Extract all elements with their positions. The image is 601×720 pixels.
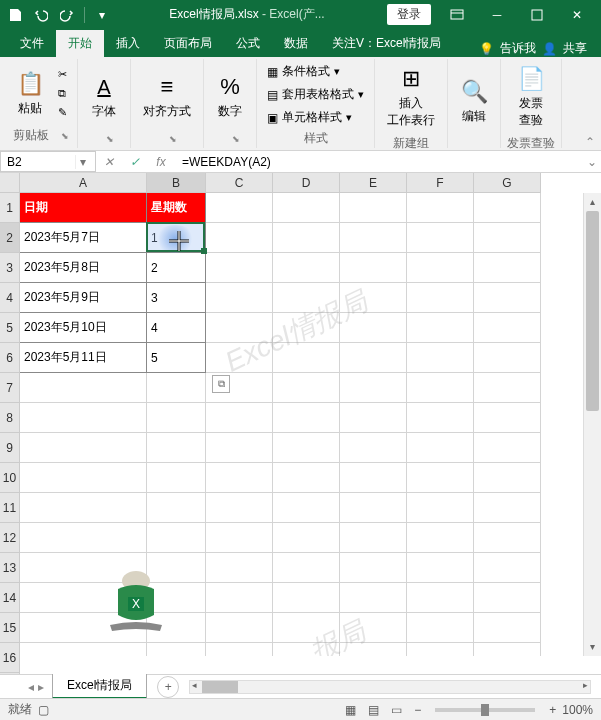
formula-cancel-icon[interactable]: ✕ <box>96 151 122 172</box>
cell[interactable] <box>273 193 340 223</box>
cell[interactable] <box>407 403 474 433</box>
number-launcher[interactable]: ⬊ <box>232 134 240 144</box>
view-pagebreak-icon[interactable]: ▭ <box>385 703 408 717</box>
cell[interactable] <box>474 523 541 553</box>
cell[interactable]: 4 <box>147 313 206 343</box>
cell[interactable] <box>340 643 407 656</box>
cell[interactable] <box>20 523 147 553</box>
paste-button[interactable]: 📋 粘贴 <box>10 66 50 121</box>
cell[interactable] <box>206 613 273 643</box>
cell[interactable]: 2023年5月9日 <box>20 283 147 313</box>
cells-area[interactable]: Excel情报局 报局 日期星期数2023年5月7日12023年5月8日2202… <box>20 193 583 656</box>
zoom-out-icon[interactable]: − <box>408 703 427 717</box>
cell[interactable]: 2023年5月7日 <box>20 223 147 253</box>
cell[interactable] <box>407 583 474 613</box>
cell[interactable] <box>340 433 407 463</box>
cell[interactable] <box>20 433 147 463</box>
cell[interactable] <box>340 583 407 613</box>
cell[interactable] <box>407 463 474 493</box>
cell[interactable]: 5 <box>147 343 206 373</box>
tab-formula[interactable]: 公式 <box>224 30 272 57</box>
cell[interactable] <box>340 553 407 583</box>
cell[interactable] <box>474 493 541 523</box>
view-normal-icon[interactable]: ▦ <box>339 703 362 717</box>
cell[interactable] <box>340 373 407 403</box>
row-header[interactable]: 17 <box>0 673 20 674</box>
editing-button[interactable]: 🔍编辑 <box>454 74 494 129</box>
row-header[interactable]: 14 <box>0 583 20 613</box>
cell[interactable] <box>206 343 273 373</box>
col-header[interactable]: C <box>206 173 273 193</box>
cell[interactable] <box>407 493 474 523</box>
cell[interactable] <box>407 193 474 223</box>
cell[interactable] <box>273 583 340 613</box>
share-button[interactable]: 共享 <box>563 40 587 57</box>
minimize-icon[interactable]: ─ <box>477 0 517 29</box>
tab-custom[interactable]: 关注V：Excel情报局 <box>320 30 453 57</box>
cell[interactable] <box>273 493 340 523</box>
cell[interactable] <box>273 643 340 656</box>
formula-expand-icon[interactable]: ⌄ <box>583 151 601 172</box>
cell[interactable] <box>147 523 206 553</box>
cell[interactable] <box>340 223 407 253</box>
maximize-icon[interactable] <box>517 0 557 29</box>
cell[interactable] <box>273 523 340 553</box>
qat-customize-icon[interactable]: ▾ <box>91 4 113 26</box>
cell[interactable]: 2023年5月11日 <box>20 343 147 373</box>
cell[interactable] <box>273 553 340 583</box>
format-painter-icon[interactable]: ✎ <box>54 104 71 121</box>
cell[interactable]: 日期 <box>20 193 147 223</box>
cell[interactable] <box>474 613 541 643</box>
cell[interactable] <box>206 223 273 253</box>
add-sheet-button[interactable]: + <box>157 676 179 698</box>
cell[interactable] <box>20 373 147 403</box>
cell[interactable] <box>340 403 407 433</box>
cell[interactable] <box>206 253 273 283</box>
cell[interactable] <box>147 553 206 583</box>
cell[interactable] <box>273 283 340 313</box>
cell[interactable] <box>206 403 273 433</box>
share-icon[interactable]: 👤 <box>542 42 557 56</box>
formula-input[interactable] <box>174 151 583 172</box>
cell[interactable] <box>474 253 541 283</box>
cell[interactable] <box>340 313 407 343</box>
cell[interactable] <box>273 463 340 493</box>
cell[interactable] <box>20 583 147 613</box>
row-header[interactable]: 8 <box>0 403 20 433</box>
select-all-corner[interactable] <box>0 173 20 193</box>
row-header[interactable]: 13 <box>0 553 20 583</box>
cell[interactable] <box>474 223 541 253</box>
cell[interactable] <box>147 583 206 613</box>
cell[interactable] <box>474 553 541 583</box>
sheet-prev-icon[interactable]: ◂ <box>28 680 34 694</box>
cell[interactable] <box>273 223 340 253</box>
vertical-scrollbar[interactable]: ▴ ▾ <box>583 193 601 656</box>
cell[interactable] <box>407 283 474 313</box>
copy-icon[interactable]: ⧉ <box>54 85 71 102</box>
zoom-slider[interactable] <box>435 708 535 712</box>
sheet-tab-active[interactable]: Excel情报局 <box>52 674 147 699</box>
zoom-level[interactable]: 100% <box>562 703 593 717</box>
row-header[interactable]: 6 <box>0 343 20 373</box>
redo-icon[interactable] <box>56 4 78 26</box>
cell[interactable] <box>20 493 147 523</box>
cut-icon[interactable]: ✂ <box>54 66 71 83</box>
cell[interactable] <box>474 643 541 656</box>
cell[interactable] <box>206 523 273 553</box>
cell[interactable]: 1 <box>147 223 206 253</box>
cell[interactable] <box>340 253 407 283</box>
cell[interactable] <box>206 193 273 223</box>
row-header[interactable]: 12 <box>0 523 20 553</box>
vscroll-thumb[interactable] <box>586 211 599 411</box>
cell[interactable] <box>20 553 147 583</box>
cell[interactable] <box>474 463 541 493</box>
cell[interactable]: 2 <box>147 253 206 283</box>
ribbon-display-icon[interactable] <box>437 0 477 29</box>
tab-file[interactable]: 文件 <box>8 30 56 57</box>
cell[interactable]: 3 <box>147 283 206 313</box>
cell[interactable] <box>147 493 206 523</box>
cell[interactable]: 2023年5月10日 <box>20 313 147 343</box>
cell[interactable]: 2023年5月8日 <box>20 253 147 283</box>
cell[interactable] <box>273 313 340 343</box>
row-header[interactable]: 10 <box>0 463 20 493</box>
